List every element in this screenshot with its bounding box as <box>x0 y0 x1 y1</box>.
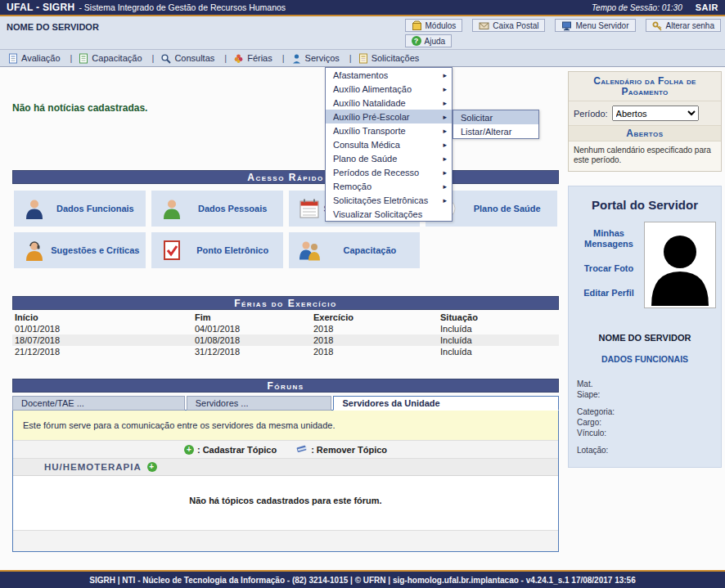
dropdown-item-remocao[interactable]: Remoção▸ <box>326 179 452 193</box>
submenu-arrow-icon: ▸ <box>443 196 447 204</box>
dropdown-item-afastamentos[interactable]: Afastamentos▸ <box>326 68 452 82</box>
field-label: Categoria: <box>577 406 721 417</box>
tile-ponto-eletronico[interactable]: Ponto Eletrônico <box>151 232 283 268</box>
capacitacao-icon <box>79 53 88 64</box>
tile-label: Dados Pessoais <box>186 204 280 214</box>
menu-item-label: Solicitações <box>372 53 420 63</box>
dropdown-item-auxilio-natalidade[interactable]: Auxílio Natalidade▸ <box>326 96 452 110</box>
change-password-button-label: Alterar senha <box>666 21 714 30</box>
sigrh-page: UFAL - SIGRH - Sistema Integrado de Gest… <box>0 0 725 588</box>
menu-item-label: Férias <box>247 53 272 63</box>
forum-content-box: Este fórum serve para a comunicação entr… <box>12 410 559 552</box>
quick-access-panel: Acesso Rápido Dados Funcionais Dados Pes… <box>12 170 559 275</box>
tile-dados-pessoais[interactable]: Dados Pessoais <box>151 191 283 227</box>
profile-photo <box>644 222 716 308</box>
remover-topico-action[interactable]: : Remover Tópico <box>296 443 387 456</box>
people-icon <box>295 240 323 261</box>
submenu-arrow-icon: ▸ <box>443 127 447 135</box>
dropdown-item-label: Afastamentos <box>333 70 388 80</box>
menu-item-label: Consultas <box>174 53 214 63</box>
submenu-arrow-icon: ▸ <box>443 113 447 121</box>
person-icon <box>291 53 302 64</box>
user-bar: NOME DO SERVIDOR Módulos Caixa Postal Me… <box>0 16 725 49</box>
forum-empty-message: Não há tópicos cadastrados para este fór… <box>13 476 558 530</box>
table-cell: 21/12/2018 <box>12 346 192 357</box>
brand-area: UFAL - SIGRH - Sistema Integrado de Gest… <box>7 2 286 13</box>
dropdown-item-plano-de-saude[interactable]: Plano de Saúde▸ <box>326 151 452 165</box>
person-dark-icon <box>20 198 48 219</box>
table-row: 18/07/2018 01/08/2018 2018 Incluída <box>12 334 559 346</box>
menu-item-label: Avaliação <box>21 53 61 63</box>
menu-item-avaliacao[interactable]: Avaliação <box>8 53 79 64</box>
quick-access-tiles: Dados Funcionais Dados Pessoais Solicita… <box>12 184 559 275</box>
dropdown-item-auxilio-pre-escolar[interactable]: Auxílio Pré-Escolar▸ <box>326 110 452 123</box>
headset-person-icon <box>20 240 48 261</box>
cadastrar-topico-action[interactable]: + : Cadastrar Tópico <box>184 445 277 455</box>
tab-servidores-da-unidade[interactable]: Servidores da Unidade <box>333 396 559 411</box>
key-icon <box>652 20 663 31</box>
menu-item-capacitacao[interactable]: Capacitação <box>79 53 160 64</box>
mailbox-button[interactable]: Caixa Postal <box>472 19 545 32</box>
dropdown-item-label: Remoção <box>333 182 372 191</box>
quick-access-title: Acesso Rápido <box>12 170 559 184</box>
tab-servidores[interactable]: Servidores ... <box>187 396 332 411</box>
submenu-item-label: Listar/Alterar <box>461 127 511 137</box>
modules-button[interactable]: Módulos <box>405 19 463 32</box>
dropdown-item-consulta-medica[interactable]: Consulta Médica▸ <box>326 137 452 151</box>
portal-links: Minhas Mensagens Trocar Foto Editar Perf… <box>574 222 644 308</box>
dropdown-item-auxilio-transporte[interactable]: Auxílio Transporte▸ <box>326 123 452 137</box>
dropdown-item-label: Visualizar Solicitações <box>333 209 422 219</box>
dropdown-item-auxilio-alimentacao[interactable]: Auxílio Alimentação▸ <box>326 82 452 96</box>
table-cell: 2018 <box>311 323 438 334</box>
dropdown-item-visualizar-solicitacoes[interactable]: Visualizar Solicitações <box>326 207 452 221</box>
portal-title: Portal do Servidor <box>569 186 721 222</box>
menu-servidor-button[interactable]: Menu Servidor <box>555 19 635 32</box>
modules-button-label: Módulos <box>426 21 457 30</box>
period-label: Período: <box>574 109 608 119</box>
dropdown-item-solicitacoes-eletronicas[interactable]: Solicitações Eletrônicas▸ <box>326 193 452 207</box>
submenu-arrow-icon: ▸ <box>443 141 447 149</box>
menu-item-consultas[interactable]: Consultas <box>160 53 233 64</box>
submenu-item-solicitar[interactable]: Solicitar <box>453 110 538 124</box>
field-label: Lotação: <box>577 445 721 456</box>
dropdown-item-label: Auxílio Pré-Escolar <box>333 112 410 122</box>
help-button[interactable]: ? Ajuda <box>405 34 453 47</box>
dropdown-item-label: Solicitações Eletrônicas <box>333 195 428 205</box>
session-timer: Tempo de Sessão: 01:30 <box>592 3 682 12</box>
change-password-button[interactable]: Alterar senha <box>646 19 721 32</box>
dropdown-item-periodos-de-recesso[interactable]: Períodos de Recesso▸ <box>326 165 452 179</box>
userbar-buttons-row2: ? Ajuda <box>405 34 453 47</box>
tile-label: Capacitação <box>323 245 417 256</box>
calendar-section-title: Abertos <box>569 125 721 141</box>
tab-docente-tae[interactable]: Docente/TAE ... <box>12 396 185 411</box>
submenu-item-listar-alterar[interactable]: Listar/Alterar <box>453 124 538 138</box>
checklist-icon <box>158 240 186 261</box>
tile-sugestoes-criticas[interactable]: Sugestões e Críticas <box>14 232 146 268</box>
remover-topico-label: : Remover Tópico <box>311 445 387 455</box>
solicitacoes-dropdown-menu: Afastamentos▸ Auxílio Alimentação▸ Auxíl… <box>325 67 453 222</box>
table-cell: 01/08/2018 <box>192 334 311 346</box>
minhas-mensagens-link[interactable]: Minhas Mensagens <box>579 228 639 249</box>
userbar-buttons-row1: Módulos Caixa Postal Menu Servidor Alter… <box>405 19 721 32</box>
editar-perfil-link[interactable]: Editar Perfil <box>579 288 639 298</box>
submenu-arrow-icon: ▸ <box>443 182 447 191</box>
solicitacoes-icon <box>358 53 368 64</box>
app-subtitle: - Sistema Integrado de Gestão de Recurso… <box>79 2 286 12</box>
column-header: Exercício <box>311 312 438 323</box>
forum-group-label: HU/HEMOTERAPIA <box>44 462 142 472</box>
dropdown-item-label: Auxílio Transporte <box>333 126 406 136</box>
ferias-icon <box>233 53 244 64</box>
menu-item-solicitacoes[interactable]: Solicitações <box>358 53 420 64</box>
forum-footer-strip <box>13 530 558 551</box>
tile-dados-funcionais[interactable]: Dados Funcionais <box>14 191 146 227</box>
ferias-title: Férias do Exercício <box>12 296 559 310</box>
menu-item-ferias[interactable]: Férias <box>233 53 290 64</box>
menu-item-servicos[interactable]: Serviços <box>291 53 358 64</box>
add-topic-icon[interactable]: + <box>147 462 157 472</box>
tile-capacitacao[interactable]: Capacitação <box>289 232 421 268</box>
logout-link[interactable]: SAIR <box>696 2 718 12</box>
userbar-buttons: Módulos Caixa Postal Menu Servidor Alter… <box>405 19 721 47</box>
period-select[interactable]: Abertos <box>612 105 699 121</box>
trocar-foto-link[interactable]: Trocar Foto <box>579 263 639 274</box>
ferias-header-row: Início Fim Exercício Situação <box>12 312 559 323</box>
